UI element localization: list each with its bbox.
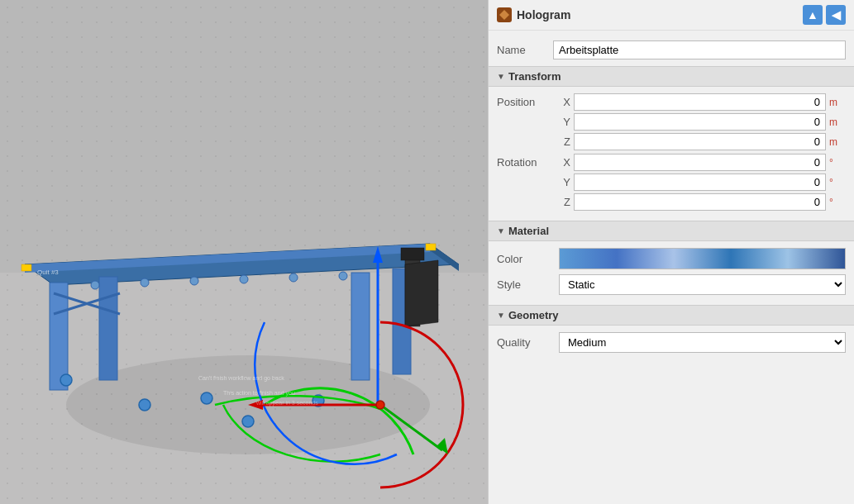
material-section-header[interactable]: ▼ Material xyxy=(489,221,854,241)
hologram-icon-inner xyxy=(499,10,509,20)
position-z-input[interactable] xyxy=(574,133,826,150)
position-x-unit: m xyxy=(829,97,846,108)
position-y-label: Y xyxy=(559,116,570,128)
geometry-section-body: Quality Low Medium High xyxy=(489,326,854,363)
material-arrow: ▼ xyxy=(497,226,505,235)
panel-up-button[interactable]: ▲ xyxy=(803,5,823,25)
svg-rect-12 xyxy=(351,273,370,380)
style-label: Style xyxy=(497,278,559,291)
header-buttons: ▲ ◀ xyxy=(803,5,846,25)
position-y-unit: m xyxy=(829,116,846,128)
rotation-y-unit: ° xyxy=(829,177,846,188)
transform-arrow: ▼ xyxy=(497,72,505,81)
properties-panel: Hologram ▲ ◀ Name ▼ Transform Position X xyxy=(488,0,854,504)
svg-point-23 xyxy=(289,273,298,282)
rotation-z-input[interactable] xyxy=(574,193,826,211)
position-label: Position xyxy=(497,93,559,108)
position-x-label: X xyxy=(559,96,570,108)
svg-point-20 xyxy=(141,278,149,287)
position-x-row: X m xyxy=(559,93,846,111)
position-group: Position X m Y m Z m xyxy=(497,93,846,150)
panel-header-left: Hologram xyxy=(497,7,570,22)
svg-text:Quit #3: Quit #3 xyxy=(37,269,59,276)
hologram-icon xyxy=(497,7,512,22)
svg-text:will appear in 3 seconds: will appear in 3 seconds xyxy=(255,400,318,407)
svg-point-27 xyxy=(242,416,254,427)
rotation-axes: X ° Y ° Z ° xyxy=(559,154,846,211)
quality-select[interactable]: Low Medium High xyxy=(559,332,846,353)
svg-rect-8 xyxy=(426,244,436,250)
svg-point-28 xyxy=(201,392,212,404)
svg-text:This action to finish and you: This action to finish and you xyxy=(223,390,295,397)
rotation-x-unit: ° xyxy=(829,157,846,169)
color-label: Color xyxy=(497,253,559,265)
rotation-x-row: X ° xyxy=(559,154,846,171)
rotation-group: Rotation X ° Y ° Z ° xyxy=(497,154,846,211)
rotation-z-label: Z xyxy=(559,196,570,208)
name-row: Name xyxy=(489,37,854,66)
rotation-y-row: Y ° xyxy=(559,174,846,191)
svg-text:Can't finish workflow and go b: Can't finish workflow and go back xyxy=(198,375,284,382)
position-y-input[interactable] xyxy=(574,113,826,131)
geometry-label: Geometry xyxy=(508,309,559,321)
svg-point-19 xyxy=(91,281,99,289)
position-z-unit: m xyxy=(829,136,846,148)
name-input[interactable] xyxy=(553,40,846,59)
quality-row: Quality Low Medium High xyxy=(497,332,846,353)
rotation-z-row: Z ° xyxy=(559,193,846,211)
rotation-y-label: Y xyxy=(559,176,570,188)
transform-section-header[interactable]: ▼ Transform xyxy=(489,66,854,87)
position-z-label: Z xyxy=(559,136,570,148)
style-row: Style Static Dynamic Emissive xyxy=(497,274,846,295)
3d-viewport[interactable]: Quit #3 Can't finish workflow and go bac… xyxy=(0,0,488,504)
rotation-label: Rotation xyxy=(497,154,559,169)
svg-point-24 xyxy=(339,272,347,280)
rotation-x-input[interactable] xyxy=(574,154,826,171)
geometry-section-header[interactable]: ▼ Geometry xyxy=(489,305,854,326)
material-label: Material xyxy=(508,225,549,237)
svg-point-36 xyxy=(376,401,384,409)
panel-expand-button[interactable]: ◀ xyxy=(826,5,846,25)
panel-header: Hologram ▲ ◀ xyxy=(489,0,854,31)
geometry-arrow: ▼ xyxy=(497,311,505,320)
material-section-body: Color Style Static Dynamic Emissive xyxy=(489,241,854,305)
svg-point-22 xyxy=(240,275,248,283)
panel-title: Hologram xyxy=(517,8,570,21)
svg-marker-16 xyxy=(405,260,438,326)
position-axes: X m Y m Z m xyxy=(559,93,846,150)
transform-label: Transform xyxy=(508,70,561,83)
svg-rect-11 xyxy=(99,277,117,380)
rotation-x-label: X xyxy=(559,156,570,169)
position-y-row: Y m xyxy=(559,113,846,131)
quality-label: Quality xyxy=(497,336,559,349)
svg-rect-15 xyxy=(401,248,424,260)
name-label: Name xyxy=(497,44,546,56)
rotation-y-input[interactable] xyxy=(574,174,826,191)
svg-point-25 xyxy=(139,399,150,411)
color-row: Color xyxy=(497,248,846,269)
svg-point-29 xyxy=(60,374,72,386)
rotation-z-unit: ° xyxy=(829,197,846,208)
position-x-input[interactable] xyxy=(574,93,826,111)
panel-body: Name ▼ Transform Position X m Y xyxy=(489,31,854,504)
svg-rect-9 xyxy=(21,264,31,271)
svg-point-21 xyxy=(190,277,198,285)
transform-section-body: Position X m Y m Z m xyxy=(489,87,854,221)
position-z-row: Z m xyxy=(559,133,846,150)
color-swatch[interactable] xyxy=(559,248,846,269)
style-select[interactable]: Static Dynamic Emissive xyxy=(559,274,846,295)
